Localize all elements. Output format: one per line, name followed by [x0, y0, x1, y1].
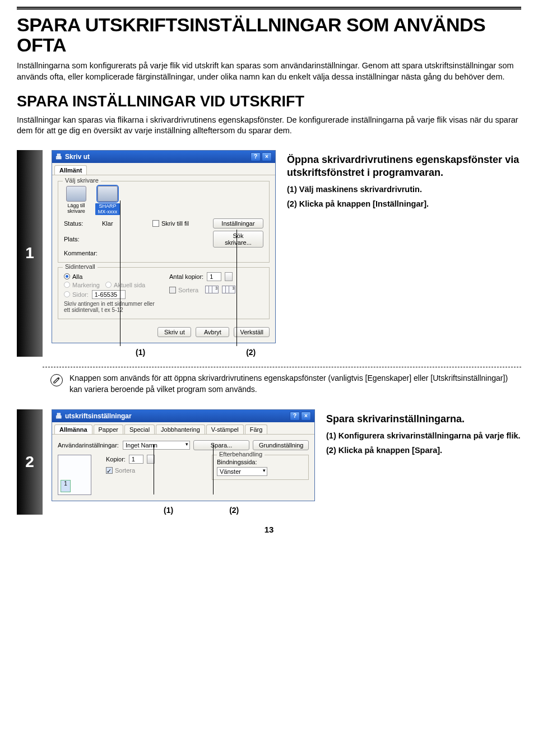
callout-line-4 [213, 444, 214, 494]
page-h2: SPARA INSTÄLLNINGAR VID UTSKRIFT [17, 93, 521, 110]
tab-bar-2: Allmänna Papper Special Jobbhantering V-… [52, 422, 314, 435]
radio-pages[interactable]: Sidor: [64, 291, 89, 298]
group-finishing: Efterbehandling [217, 451, 265, 458]
dashed-separator [43, 367, 521, 367]
radio-all[interactable]: Alla [64, 273, 82, 280]
step-number-2: 2 [17, 409, 43, 515]
dialog-title-2: utskriftsinställningar [65, 412, 132, 420]
tab-jobb[interactable]: Jobbhantering [156, 424, 205, 434]
callout-2: (2) [246, 348, 256, 357]
callout-4: (2) [229, 506, 239, 515]
step2-heading: Spara skrivarinställningarna. [326, 413, 521, 426]
tab-special[interactable]: Special [124, 424, 155, 434]
group-select-printer: Välj skrivare [63, 177, 101, 184]
close-button[interactable]: × [262, 152, 272, 161]
group-page-range: Sidintervall [63, 263, 98, 270]
callout-line-3 [154, 444, 154, 494]
copies-spinner[interactable] [225, 272, 233, 281]
callout-1: (1) [136, 348, 145, 357]
printer-icon: 🖶 [55, 412, 62, 420]
binding-dropdown[interactable]: Vänster [217, 467, 267, 476]
dialog-title: Skriv ut [65, 153, 90, 161]
save-button[interactable]: Spara... [193, 440, 249, 450]
top-double-rule [17, 7, 521, 10]
step-number-1: 1 [17, 150, 43, 357]
status-value: Klar [102, 220, 148, 227]
apply-button[interactable]: Verkställ [234, 327, 270, 337]
print-to-file-checkbox[interactable]: Skriv till fil [152, 220, 208, 227]
tab-papper[interactable]: Papper [94, 424, 123, 434]
note-text: Knappen som används för att öppna skriva… [69, 373, 510, 395]
close-button-2[interactable]: × [301, 412, 311, 421]
step1-item1: (1) Välj maskinens skrivardrivrutin. [287, 184, 521, 196]
binding-label: Bindningssida: [217, 459, 257, 465]
callout-3: (1) [164, 506, 173, 515]
collate-checkbox[interactable]: Sortera [169, 287, 198, 293]
step1-item2: (2) Klicka på knappen [Inställningar]. [287, 198, 521, 211]
range-hint: Skriv antingen in ett sidnummer eller et… [64, 301, 158, 313]
copies-input[interactable]: 1 [207, 272, 221, 281]
intro-paragraph: Inställningarna som konfigurerats på var… [17, 60, 521, 82]
cancel-button[interactable]: Avbryt [196, 327, 229, 337]
pencil-icon [50, 374, 63, 386]
step2-item1: (1) Konfigurera skrivarinställningarna p… [326, 430, 521, 442]
radio-selection: Markering [64, 282, 100, 288]
defaults-button[interactable]: Grundinställning [253, 440, 309, 450]
add-printer-icon[interactable]: Lägg till skrivare [64, 186, 89, 214]
user-settings-dropdown[interactable]: Inget Namn [123, 441, 190, 450]
tab-general[interactable]: Allmänt [54, 165, 87, 175]
tab-allmanna[interactable]: Allmänna [54, 424, 92, 434]
printer-icon: 🖶 [55, 153, 62, 161]
note-row: Knappen som används för att öppna skriva… [17, 373, 521, 395]
help-button[interactable]: ? [251, 152, 261, 161]
sharp-printer-icon[interactable]: SHARP MX-xxxx [95, 186, 120, 216]
step-2: 2 🖶 utskriftsinställningar ? × [17, 409, 521, 515]
kopior-input[interactable]: 1 [129, 455, 143, 464]
user-settings-label: Användarinställningar: [58, 442, 119, 449]
place-label: Plats: [64, 236, 98, 242]
page-h1: SPARA UTSKRIFTSINSTÄLLNINGAR SOM ANVÄNDS… [17, 15, 521, 55]
help-button-2[interactable]: ? [290, 412, 300, 421]
step2-item2: (2) Klicka på knappen [Spara]. [326, 445, 521, 457]
settings-button[interactable]: Inställningar [213, 218, 263, 228]
callout-line-2 [236, 230, 237, 346]
status-label: Status: [64, 220, 98, 227]
step-1: 1 🖶 Skriv ut ? × [17, 150, 521, 357]
copies-label: Antal kopior: [169, 273, 203, 280]
tab-vstampel[interactable]: V-stämpel [206, 424, 244, 434]
collate-icon: 123 123 [205, 286, 232, 295]
tab-farg[interactable]: Färg [245, 424, 268, 434]
step1-heading: Öppna skrivardrivrutinens egenskapsfönst… [287, 153, 521, 180]
radio-current: Aktuell sida [105, 282, 145, 288]
print-dialog: 🖶 Skriv ut ? × Allmänt [52, 150, 276, 343]
callout-line-1 [120, 200, 120, 346]
search-printer-button[interactable]: Sök skrivare... [213, 231, 263, 248]
comment-label: Kommentar: [64, 250, 98, 256]
sortera-checkbox[interactable]: ✓Sortera [106, 467, 135, 474]
page-number: 13 [17, 525, 521, 534]
kopior-label: Kopior: [106, 456, 126, 463]
sub-paragraph: Inställningar kan sparas via flikarna i … [17, 115, 521, 137]
preview-page-icon: 1 [61, 480, 71, 492]
print-settings-dialog: 🖶 utskriftsinställningar ? × Allmänna Pa… [52, 409, 315, 501]
print-button[interactable]: Skriv ut [157, 327, 191, 337]
